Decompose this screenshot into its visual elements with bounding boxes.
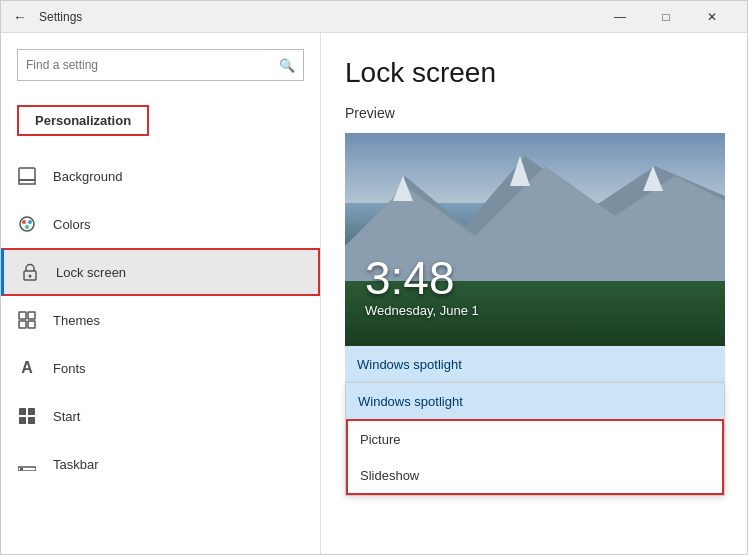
page-title: Lock screen xyxy=(345,57,723,89)
sidebar-label-lock-screen: Lock screen xyxy=(56,265,126,280)
svg-rect-15 xyxy=(28,417,35,424)
svg-rect-14 xyxy=(19,417,26,424)
sidebar-item-start[interactable]: Start xyxy=(1,392,320,440)
landscape-bg: 3:48 Wednesday, June 1 xyxy=(345,133,725,346)
main-content: Lock screen Preview xyxy=(321,33,747,554)
svg-rect-10 xyxy=(19,321,26,328)
settings-window: ← Settings — □ ✕ 🔍 Personalization xyxy=(0,0,748,555)
search-box[interactable]: 🔍 xyxy=(17,49,304,81)
titlebar: ← Settings — □ ✕ xyxy=(1,1,747,33)
svg-rect-11 xyxy=(28,321,35,328)
svg-point-3 xyxy=(22,220,26,224)
svg-rect-9 xyxy=(28,312,35,319)
sidebar-item-themes[interactable]: Themes xyxy=(1,296,320,344)
svg-point-7 xyxy=(29,275,32,278)
svg-rect-13 xyxy=(28,408,35,415)
minimize-button[interactable]: — xyxy=(597,1,643,33)
personalization-label[interactable]: Personalization xyxy=(17,105,149,136)
dropdown-list: Windows spotlight Picture Slideshow xyxy=(345,382,725,496)
svg-rect-17 xyxy=(20,468,23,470)
svg-rect-0 xyxy=(19,168,35,180)
svg-rect-12 xyxy=(19,408,26,415)
dropdown-option-picture[interactable]: Picture xyxy=(348,421,722,457)
dropdown-option-windows-spotlight[interactable]: Windows spotlight xyxy=(346,383,724,419)
background-type-dropdown[interactable]: Windows spotlight Windows spotlight Pict… xyxy=(345,346,725,382)
preview-image: 3:48 Wednesday, June 1 xyxy=(345,133,725,346)
sidebar-label-taskbar: Taskbar xyxy=(53,457,99,472)
fonts-icon: A xyxy=(17,358,37,378)
preview-date: Wednesday, June 1 xyxy=(365,303,479,318)
search-icon: 🔍 xyxy=(279,58,295,73)
sidebar-item-lock-screen[interactable]: Lock screen xyxy=(1,248,320,296)
colors-icon xyxy=(17,214,37,234)
dropdown-selected-option[interactable]: Windows spotlight xyxy=(345,346,725,382)
sidebar-item-colors[interactable]: Colors xyxy=(1,200,320,248)
titlebar-title: Settings xyxy=(39,10,597,24)
lock-screen-icon xyxy=(20,262,40,282)
preview-time: 3:48 xyxy=(365,255,479,301)
sidebar-label-fonts: Fonts xyxy=(53,361,86,376)
background-icon xyxy=(17,166,37,186)
sidebar-label-colors: Colors xyxy=(53,217,91,232)
sidebar: 🔍 Personalization Background xyxy=(1,33,321,554)
titlebar-controls: — □ ✕ xyxy=(597,1,735,33)
content-area: 🔍 Personalization Background xyxy=(1,33,747,554)
taskbar-icon xyxy=(17,454,37,474)
sidebar-header: 🔍 xyxy=(1,33,320,105)
back-button[interactable]: ← xyxy=(13,9,27,25)
sidebar-label-themes: Themes xyxy=(53,313,100,328)
svg-rect-1 xyxy=(19,180,35,184)
themes-icon xyxy=(17,310,37,330)
maximize-button[interactable]: □ xyxy=(643,1,689,33)
preview-label: Preview xyxy=(345,105,723,121)
nav-items: Background Colors xyxy=(1,152,320,554)
svg-point-5 xyxy=(25,225,29,229)
search-input[interactable] xyxy=(26,58,279,72)
sidebar-label-start: Start xyxy=(53,409,80,424)
sidebar-item-taskbar[interactable]: Taskbar xyxy=(1,440,320,488)
close-button[interactable]: ✕ xyxy=(689,1,735,33)
sidebar-item-background[interactable]: Background xyxy=(1,152,320,200)
sidebar-label-background: Background xyxy=(53,169,122,184)
dropdown-option-slideshow[interactable]: Slideshow xyxy=(348,457,722,493)
svg-point-4 xyxy=(28,220,32,224)
start-icon xyxy=(17,406,37,426)
personalization-section: Personalization xyxy=(1,105,320,152)
dropdown-options-picture-slideshow-box: Picture Slideshow xyxy=(346,419,724,495)
sidebar-item-fonts[interactable]: A Fonts xyxy=(1,344,320,392)
svg-rect-8 xyxy=(19,312,26,319)
